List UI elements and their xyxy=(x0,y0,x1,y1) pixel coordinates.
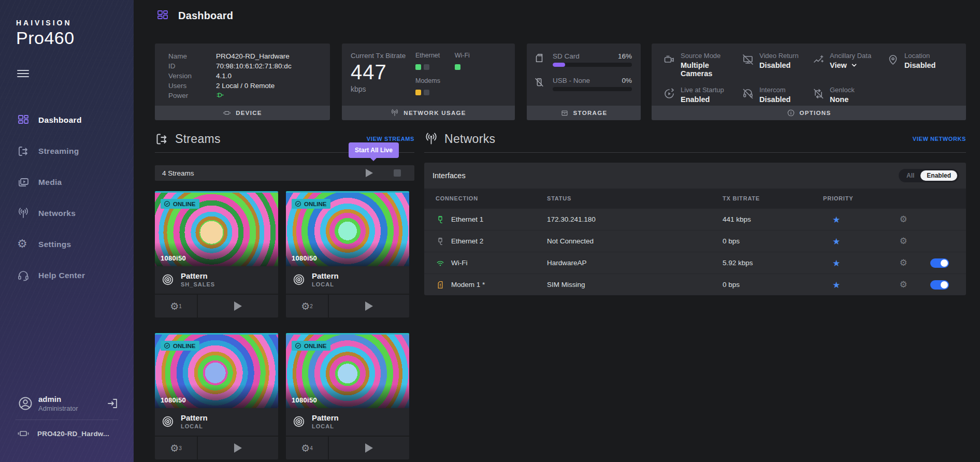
option-value: Disabled xyxy=(759,61,799,69)
user-name: admin xyxy=(38,395,78,403)
option-label: Source Mode xyxy=(681,52,742,60)
hamburger-menu-icon[interactable] xyxy=(17,68,29,79)
stop-all-button[interactable] xyxy=(394,169,401,177)
sidebar-item-label: Networks xyxy=(38,209,76,218)
sidebar: HAIVISION Pro460 Dashboard Streaming Med… xyxy=(0,0,134,462)
priority-star-icon[interactable]: ★ xyxy=(823,214,883,225)
sidebar-item-streaming[interactable]: Streaming xyxy=(0,141,134,162)
sidebar-item-media[interactable]: Media xyxy=(0,172,134,193)
priority-star-icon[interactable]: ★ xyxy=(823,258,883,268)
connection-name: Modem 1 * xyxy=(451,281,485,288)
network-usage-card-footer[interactable]: NETWORK USAGE xyxy=(342,106,515,120)
stream-thumbnail[interactable]: ONLINE 1080i50 xyxy=(155,193,278,266)
play-icon xyxy=(365,301,373,311)
interface-settings-icon[interactable]: ⚙ xyxy=(899,279,907,290)
col-connection: CONNECTION xyxy=(436,195,547,201)
streaming-icon xyxy=(17,145,30,157)
status-badge: ONLINE xyxy=(292,341,330,351)
table-row-ethernet-1[interactable]: Ethernet 1 172.30.241.180 441 kbps ★ ⚙ xyxy=(424,208,966,230)
option-video-return: Video Return Disabled xyxy=(742,52,812,78)
table-row-ethernet-2[interactable]: Ethernet 2 Not Connected 0 bps ★ ⚙ xyxy=(424,230,966,252)
ethernet-2-status-indicator xyxy=(424,64,429,70)
connection-status: SIM Missing xyxy=(547,281,723,288)
stream-resolution: 1080i50 xyxy=(161,254,186,262)
option-ancillary-data: Ancillary Data View xyxy=(812,52,887,78)
logout-icon[interactable] xyxy=(107,397,119,410)
dashboard-grid-icon xyxy=(156,9,169,22)
modem-enable-toggle[interactable] xyxy=(930,280,949,290)
options-card-footer[interactable]: OPTIONS xyxy=(652,106,966,120)
interface-settings-icon[interactable]: ⚙ xyxy=(899,214,907,224)
view-streams-link[interactable]: VIEW STREAMS xyxy=(367,136,414,142)
tx-bitrate: 0 bps xyxy=(723,237,823,245)
storage-box-icon xyxy=(560,109,569,117)
stream-thumbnail[interactable]: ONLINE 1080i50 xyxy=(286,335,409,408)
option-value: None xyxy=(830,95,855,104)
genlock-disabled-icon xyxy=(812,88,825,100)
stream-play-button[interactable] xyxy=(198,437,278,459)
ethernet-disconnected-icon xyxy=(436,237,445,246)
connection-status: Not Connected xyxy=(547,237,723,245)
info-icon xyxy=(787,109,795,117)
play-icon xyxy=(234,301,242,311)
sidebar-item-settings[interactable]: ⚙ Settings xyxy=(0,234,134,255)
interface-settings-icon[interactable]: ⚙ xyxy=(899,236,907,246)
chevron-down-icon xyxy=(851,62,858,69)
modem-sim-warning-icon xyxy=(436,280,445,290)
wifi-enable-toggle[interactable] xyxy=(930,258,949,268)
stream-card: ONLINE 1080i50 Pattern LOCAL ⚙2 xyxy=(286,191,409,317)
sidebar-item-dashboard[interactable]: Dashboard xyxy=(0,110,134,131)
interface-settings-icon[interactable]: ⚙ xyxy=(899,257,907,268)
option-intercom: Intercom Disabled xyxy=(742,86,812,104)
stream-settings-button[interactable]: ⚙2 xyxy=(286,295,329,317)
gear-icon: ⚙ xyxy=(170,443,179,453)
headset-icon xyxy=(17,269,30,282)
networks-section: Networks VIEW NETWORKS Interfaces All En… xyxy=(424,131,966,295)
check-circle-icon xyxy=(164,342,170,349)
connection-status: 172.30.241.180 xyxy=(547,215,723,223)
page-title: Dashboard xyxy=(178,10,233,22)
stream-play-button[interactable] xyxy=(329,295,409,317)
streams-title: Streams xyxy=(175,132,221,146)
device-card-footer[interactable]: DEVICE xyxy=(155,106,330,120)
stream-thumbnail[interactable]: ONLINE 1080i50 xyxy=(155,335,278,408)
table-row-wifi[interactable]: Wi-Fi HardwareAP 5.92 kbps ★ ⚙ xyxy=(424,252,966,273)
table-row-modem-1[interactable]: Modem 1 * SIM Missing 0 bps ★ ⚙ xyxy=(424,273,966,295)
view-networks-link[interactable]: VIEW NETWORKS xyxy=(913,136,966,142)
device-value: 2 Local / 0 Remote xyxy=(216,81,275,91)
priority-star-icon[interactable]: ★ xyxy=(823,236,883,247)
stream-settings-button[interactable]: ⚙4 xyxy=(286,437,329,459)
stream-settings-button[interactable]: ⚙1 xyxy=(155,295,198,317)
sd-card-percent: 16% xyxy=(618,52,632,60)
gear-icon: ⚙ xyxy=(301,301,310,311)
device-footer-label: DEVICE xyxy=(236,110,262,116)
stream-settings-button[interactable]: ⚙3 xyxy=(155,437,198,459)
filter-enabled-button[interactable]: Enabled xyxy=(920,170,957,181)
stream-play-button[interactable] xyxy=(329,437,409,459)
storage-footer-label: STORAGE xyxy=(573,110,608,116)
user-row: admin Administrator xyxy=(0,395,134,412)
networks-divider xyxy=(424,152,966,153)
interfaces-title: Interfaces xyxy=(433,171,466,180)
option-label: Ancillary Data xyxy=(830,52,871,60)
start-all-button[interactable] xyxy=(366,169,373,177)
interfaces-panel: Interfaces All Enabled CONNECTION STATUS… xyxy=(424,163,966,295)
storage-card-footer[interactable]: STORAGE xyxy=(527,106,641,120)
stream-name: Pattern xyxy=(312,413,339,422)
bitrate-label: Current Tx Bitrate xyxy=(351,52,406,60)
option-value: Disabled xyxy=(904,61,935,69)
ancillary-data-dropdown[interactable]: View xyxy=(830,61,871,69)
priority-star-icon[interactable]: ★ xyxy=(823,280,883,290)
sidebar-item-help-center[interactable]: Help Center xyxy=(0,265,134,286)
sidebar-item-label: Streaming xyxy=(38,147,79,156)
filter-all-button[interactable]: All xyxy=(900,170,920,181)
ancillary-data-icon xyxy=(812,53,825,66)
sidebar-item-networks[interactable]: Networks xyxy=(0,203,134,224)
stream-thumbnail[interactable]: ONLINE 1080i50 xyxy=(286,193,409,266)
streams-icon xyxy=(155,132,169,146)
interfaces-filter: All Enabled xyxy=(899,169,959,182)
stream-play-button[interactable] xyxy=(198,295,278,317)
sidebar-device-row[interactable]: PRO420-RD_Hardw... xyxy=(0,420,134,440)
modem-2-status-indicator xyxy=(424,90,429,95)
usb-label: USB - None xyxy=(553,77,590,84)
